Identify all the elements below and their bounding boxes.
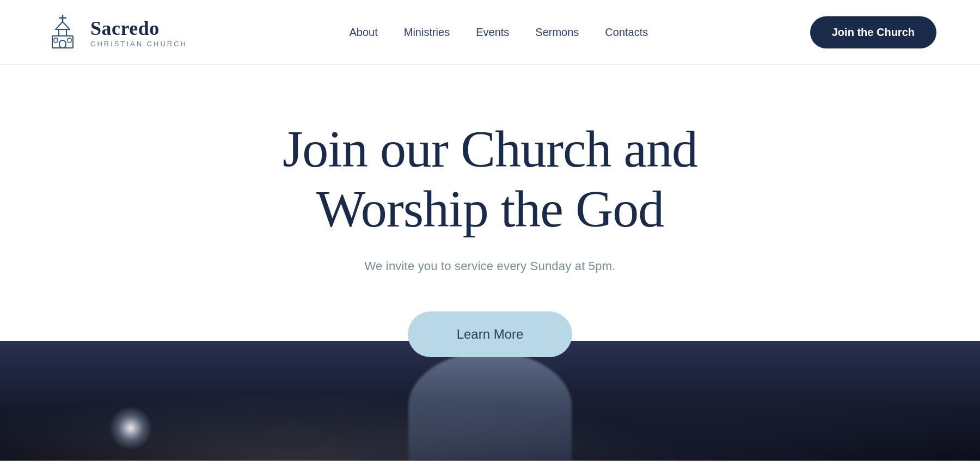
logo-area: Sacredo CHRISTIAN CHURCH (44, 13, 187, 51)
learn-more-button[interactable]: Learn More (408, 311, 573, 357)
header: Sacredo CHRISTIAN CHURCH About Ministrie… (0, 0, 980, 65)
hero-section: Join our Church and Worship the God We i… (0, 65, 980, 341)
svg-rect-6 (54, 38, 58, 42)
light-flare-left (109, 406, 152, 450)
hero-title: Join our Church and Worship the God (283, 119, 697, 240)
logo-text-block: Sacredo CHRISTIAN CHURCH (90, 17, 187, 48)
hero-title-line1: Join our Church and (283, 120, 697, 178)
logo-name: Sacredo (90, 17, 187, 40)
hero-subtitle: We invite you to service every Sunday at… (364, 259, 615, 273)
logo-subtitle: CHRISTIAN CHURCH (90, 40, 187, 48)
nav-about[interactable]: About (349, 26, 377, 39)
nav-cta-area: Join the Church (810, 16, 936, 48)
nav-contacts[interactable]: Contacts (605, 26, 648, 39)
svg-marker-2 (56, 22, 70, 29)
church-icon (44, 13, 82, 51)
nav-ministries[interactable]: Ministries (404, 26, 450, 39)
svg-rect-5 (59, 40, 66, 48)
hero-image-area (0, 341, 980, 461)
join-church-button[interactable]: Join the Church (810, 16, 936, 48)
svg-rect-3 (59, 29, 66, 36)
main-nav: About Ministries Events Sermons Contacts (349, 26, 648, 39)
nav-events[interactable]: Events (476, 26, 509, 39)
nav-sermons[interactable]: Sermons (535, 26, 579, 39)
person-figure (408, 352, 572, 461)
svg-rect-7 (68, 38, 71, 42)
hero-title-line2: Worship the God (316, 180, 664, 238)
